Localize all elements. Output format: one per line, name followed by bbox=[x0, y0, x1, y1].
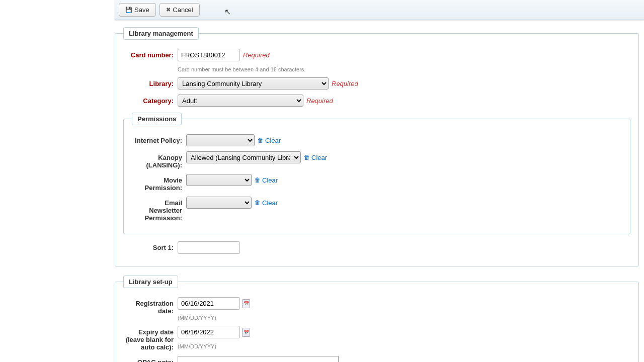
save-button[interactable]: 💾 Save bbox=[119, 3, 156, 17]
label-kanopy: Kanopy (LANSING): bbox=[130, 151, 186, 169]
save-icon: 💾 bbox=[125, 7, 132, 13]
movie-select[interactable] bbox=[186, 174, 252, 186]
clear-movie-link[interactable]: 🗑 Clear bbox=[255, 176, 278, 184]
row-internet-policy: Internet Policy: 🗑 Clear bbox=[130, 134, 624, 146]
registration-date-input[interactable] bbox=[178, 297, 240, 310]
expiry-date-hint: (MM/DD/YYYY) bbox=[178, 343, 632, 349]
row-expiry-date: Expiry date (leave blank for auto calc):… bbox=[121, 326, 632, 351]
clear-email-newsletter-link[interactable]: 🗑 Clear bbox=[255, 199, 278, 207]
calendar-icon[interactable]: 📅 bbox=[242, 328, 250, 337]
required-tag: Required bbox=[306, 97, 333, 105]
library-select[interactable]: Lansing Community Library bbox=[178, 77, 329, 89]
sort1-input[interactable] bbox=[178, 241, 240, 254]
row-registration-date: Registration date: 📅 (MM/DD/YYYY) bbox=[121, 297, 632, 321]
card-number-input[interactable] bbox=[178, 49, 240, 61]
toolbar: 💾 Save ✖ Cancel ↖ bbox=[115, 0, 644, 20]
label-movie: Movie Permission: bbox=[130, 174, 186, 192]
trash-icon: 🗑 bbox=[255, 199, 261, 206]
cancel-button[interactable]: ✖ Cancel bbox=[159, 3, 199, 17]
label-registration-date: Registration date: bbox=[121, 297, 178, 315]
clear-kanopy-link[interactable]: 🗑 Clear bbox=[304, 154, 327, 161]
email-newsletter-select[interactable] bbox=[186, 197, 252, 209]
label-expiry-date: Expiry date (leave blank for auto calc): bbox=[121, 326, 178, 351]
library-setup-fieldset: Library set-up Registration date: 📅 (MM/… bbox=[115, 276, 639, 362]
library-management-legend: Library management bbox=[123, 27, 199, 40]
opac-note-textarea[interactable] bbox=[178, 356, 339, 362]
clear-label: Clear bbox=[265, 137, 281, 144]
label-library: Library: bbox=[121, 77, 178, 87]
row-kanopy: Kanopy (LANSING): Allowed (Lansing Commu… bbox=[130, 151, 624, 169]
clear-label: Clear bbox=[262, 199, 278, 207]
label-opac-note: OPAC note: bbox=[121, 356, 178, 362]
save-label: Save bbox=[134, 6, 149, 14]
clear-label: Clear bbox=[262, 176, 278, 184]
category-select[interactable]: Adult bbox=[178, 95, 303, 107]
permissions-legend: Permissions bbox=[132, 113, 182, 125]
cancel-label: Cancel bbox=[173, 6, 193, 14]
calendar-icon[interactable]: 📅 bbox=[242, 299, 250, 308]
row-movie: Movie Permission: 🗑 Clear bbox=[130, 174, 624, 192]
expiry-date-input[interactable] bbox=[178, 326, 240, 338]
row-category: Category: Adult Required bbox=[121, 95, 632, 107]
required-tag: Required bbox=[332, 80, 358, 87]
kanopy-select[interactable]: Allowed (Lansing Community Library) bbox=[186, 151, 301, 163]
label-internet-policy: Internet Policy: bbox=[130, 134, 186, 144]
label-card-number: Card number: bbox=[121, 49, 178, 59]
label-sort1: Sort 1: bbox=[121, 241, 178, 251]
row-card-number: Card number: Required Card number must b… bbox=[121, 49, 632, 72]
row-opac-note: OPAC note: bbox=[121, 356, 632, 362]
close-icon: ✖ bbox=[166, 7, 171, 13]
clear-internet-policy-link[interactable]: 🗑 Clear bbox=[258, 137, 281, 144]
card-number-hint: Card number must be between 4 and 16 cha… bbox=[178, 66, 632, 72]
library-management-fieldset: Library management Card number: Required… bbox=[115, 27, 639, 266]
trash-icon: 🗑 bbox=[304, 154, 310, 161]
label-email-newsletter: Email Newsletter Permission: bbox=[130, 197, 186, 222]
row-library: Library: Lansing Community Library Requi… bbox=[121, 77, 632, 89]
label-category: Category: bbox=[121, 95, 178, 105]
permissions-fieldset: Permissions Internet Policy: 🗑 Clear Kan… bbox=[123, 113, 630, 234]
row-email-newsletter: Email Newsletter Permission: 🗑 Clear bbox=[130, 197, 624, 222]
internet-policy-select[interactable] bbox=[186, 134, 255, 146]
required-tag: Required bbox=[243, 51, 270, 59]
clear-label: Clear bbox=[311, 154, 327, 161]
cursor-icon: ↖ bbox=[224, 7, 231, 17]
trash-icon: 🗑 bbox=[255, 176, 261, 184]
row-sort1: Sort 1: bbox=[121, 241, 632, 254]
content-area: Library management Card number: Required… bbox=[115, 27, 644, 362]
trash-icon: 🗑 bbox=[258, 137, 264, 144]
registration-date-hint: (MM/DD/YYYY) bbox=[178, 315, 632, 321]
library-setup-legend: Library set-up bbox=[123, 276, 178, 288]
